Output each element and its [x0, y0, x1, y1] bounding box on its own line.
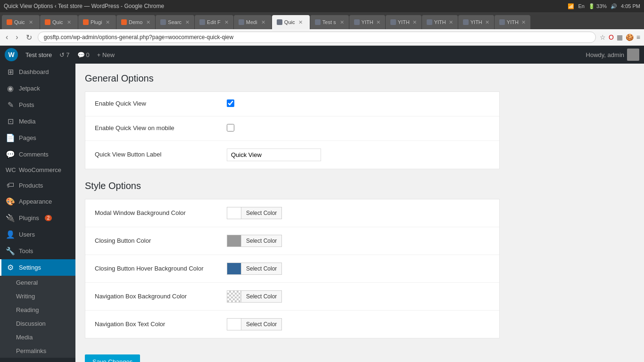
nav-box-text-color-row: Navigation Box Text Color Select Color [85, 311, 499, 338]
sidebar-label-comments: Comments [19, 151, 49, 158]
sidebar-label-users: Users [19, 231, 35, 238]
button-label-input[interactable] [227, 148, 321, 161]
sidebar-label-posts: Posts [19, 101, 34, 108]
sidebar-item-users[interactable]: 👤 Users [0, 226, 75, 243]
nav-box-bg-color-button[interactable]: Select Color [241, 290, 282, 303]
sidebar-label-tools: Tools [19, 247, 33, 255]
sidebar-item-woocommerce[interactable]: WC WooCommerce [0, 163, 75, 177]
enable-quick-view-mobile-checkbox[interactable] [227, 124, 234, 132]
button-label-control [227, 148, 490, 161]
nav-box-text-color-button[interactable]: Select Color [241, 318, 282, 330]
enable-quick-view-label: Enable Quick View [95, 99, 227, 108]
closing-btn-hover-row: Closing Button Hover Background Color Se… [85, 255, 499, 283]
new-content-button[interactable]: + New [97, 51, 115, 58]
browser-tab-3[interactable]: Plugi✕ [78, 15, 116, 29]
sidebar-item-settings[interactable]: ⚙ Settings [0, 259, 75, 276]
media-icon: ⊡ [6, 117, 15, 126]
style-options-table: Modal Window Background Color Select Col… [85, 199, 500, 338]
general-options-title: General Options [85, 73, 635, 84]
enable-quick-view-checkbox[interactable] [227, 99, 234, 107]
user-info: Howdy, admin [586, 49, 639, 61]
browser-tab-4[interactable]: Demo✕ [116, 15, 155, 29]
browser-tab-6[interactable]: Edit F✕ [195, 15, 233, 29]
jetpack-icon: ◉ [6, 84, 15, 93]
browser-tab-8-active[interactable]: Quic✕ [272, 15, 310, 29]
back-button[interactable]: ‹ [4, 32, 10, 42]
browser-tab-10[interactable]: YITH✕ [349, 15, 385, 29]
sidebar-item-comments[interactable]: 💬 Comments [0, 146, 75, 163]
browser-tabs: Quic✕ Quic✕ Plugi✕ Demo✕ Searc✕ Edit F✕ … [0, 12, 644, 29]
sidebar-item-plugins[interactable]: 🔌 Plugins 2 [0, 210, 75, 226]
submenu-item-media[interactable]: Media [0, 330, 75, 344]
bookmark-icon[interactable]: ☆ [600, 33, 606, 41]
browser-tab-5[interactable]: Searc✕ [156, 15, 194, 29]
sidebar-label-settings: Settings [19, 264, 41, 271]
nav-box-bg-color-row: Navigation Box Background Color Select C… [85, 283, 499, 311]
ext-icon-2[interactable]: 🍪 [626, 33, 634, 41]
modal-bg-color-control: Select Color [227, 207, 490, 219]
save-changes-button[interactable]: Save Changes [85, 354, 140, 362]
enable-quick-view-mobile-row: Enable Quick View on mobile [85, 116, 499, 141]
submenu-item-writing[interactable]: Writing [0, 289, 75, 303]
sidebar-item-media[interactable]: ⊡ Media [0, 113, 75, 130]
closing-btn-hover-button[interactable]: Select Color [241, 263, 282, 275]
sidebar-item-posts[interactable]: ✎ Posts [0, 97, 75, 113]
settings-icon: ⚙ [6, 263, 15, 272]
browser-tab-13[interactable]: YITH✕ [458, 15, 494, 29]
comments-link[interactable]: 💬 0 [77, 51, 90, 58]
plugins-icon: 🔌 [6, 214, 15, 222]
button-label-row: Quick View Button Label [85, 141, 499, 169]
sidebar-item-pages[interactable]: 📄 Pages [0, 130, 75, 146]
submenu-item-general[interactable]: General [0, 276, 75, 289]
modal-bg-color-button[interactable]: Select Color [241, 207, 282, 219]
enable-quick-view-row: Enable Quick View [85, 92, 499, 116]
sidebar-label-plugins: Plugins [19, 214, 39, 222]
modal-bg-color-selector: Select Color [227, 207, 490, 219]
battery-icon: 🔋 33% [588, 3, 607, 9]
browser-tab-7[interactable]: Medi✕ [234, 15, 272, 29]
updates-count[interactable]: ↺ 7 [59, 51, 69, 58]
closing-btn-color-button[interactable]: Select Color [241, 235, 282, 247]
sidebar-item-products[interactable]: 🏷 Products [0, 177, 75, 193]
volume-icon: 🔊 [611, 3, 617, 9]
sidebar-label-dashboard: Dashboard [19, 68, 49, 75]
browser-tab-9[interactable]: Test s✕ [310, 15, 349, 29]
browser-tab-12[interactable]: YITH✕ [422, 15, 458, 29]
sidebar-label-products: Products [19, 182, 43, 189]
wp-layout: ⊞ Dashboard ◉ Jetpack ✎ Posts ⊡ Media 📄 … [0, 64, 644, 362]
submenu-item-discussion[interactable]: Discussion [0, 317, 75, 330]
sidebar-item-dashboard[interactable]: ⊞ Dashboard [0, 64, 75, 80]
site-name[interactable]: Test store [25, 51, 52, 58]
browser-tab-14[interactable]: YITH✕ [495, 15, 530, 29]
nav-box-bg-color-label: Navigation Box Background Color [95, 292, 227, 301]
main-content: General Options Enable Quick View Enable… [75, 64, 644, 362]
sidebar-item-tools[interactable]: 🔧 Tools [0, 243, 75, 259]
button-label-label: Quick View Button Label [95, 150, 227, 159]
browser-tab-11[interactable]: YITH✕ [386, 15, 421, 29]
ext-icon-1[interactable]: ▦ [617, 33, 623, 41]
comments-nav-icon: 💬 [6, 150, 15, 159]
browser-tab-1[interactable]: Quic✕ [2, 15, 40, 29]
sidebar-item-appearance[interactable]: 🎨 Appearance [0, 193, 75, 210]
titlebar-text: Quick View Options ‹ Test store — WordPr… [4, 3, 164, 9]
submenu-item-reading[interactable]: Reading [0, 303, 75, 317]
opera-icon: O [609, 33, 614, 41]
updates-icon: ↺ [59, 51, 65, 58]
sidebar-label-pages: Pages [19, 134, 36, 141]
refresh-button[interactable]: ↻ [24, 32, 34, 43]
sidebar-label-jetpack: Jetpack [19, 85, 40, 92]
address-bar: ‹ › ↻ gosftp.com/wp-admin/options-genera… [0, 29, 644, 46]
woo-icon: WC [6, 166, 15, 173]
user-avatar [627, 49, 639, 61]
sidebar-item-jetpack[interactable]: ◉ Jetpack [0, 80, 75, 97]
browser-tab-2[interactable]: Quic✕ [40, 15, 78, 29]
closing-btn-color-swatch [227, 235, 241, 247]
wp-logo[interactable]: W [5, 48, 18, 61]
forward-button[interactable]: › [14, 32, 20, 42]
submenu-item-permalinks[interactable]: Permalinks [0, 344, 75, 358]
tools-icon: 🔧 [6, 247, 15, 255]
posts-icon: ✎ [6, 100, 15, 109]
menu-icon[interactable]: ≡ [636, 33, 640, 41]
url-box[interactable]: gosftp.com/wp-admin/options-general.php?… [38, 32, 596, 43]
sidebar-label-woocommerce: WooCommerce [19, 166, 61, 173]
